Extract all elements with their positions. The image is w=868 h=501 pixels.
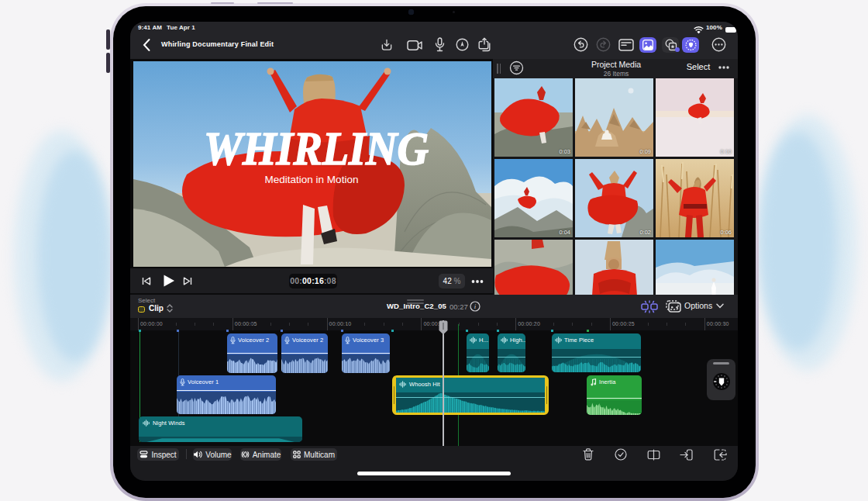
svg-text:WHIRLING: WHIRLING (204, 123, 429, 174)
svg-text:i: i (474, 302, 477, 310)
svg-text:Meditation in Motion: Meditation in Motion (265, 174, 359, 185)
